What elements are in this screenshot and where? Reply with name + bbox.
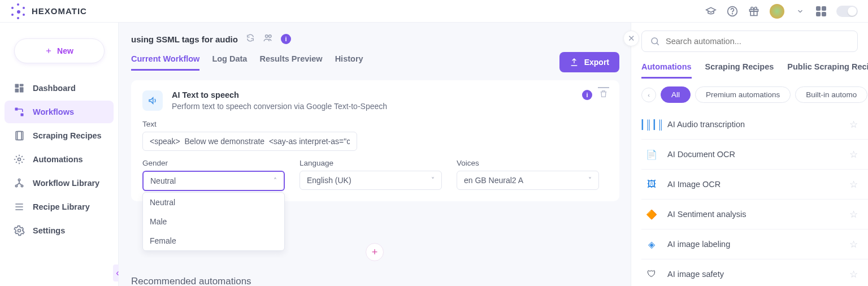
delete-step-icon[interactable] — [599, 89, 608, 101]
pills-prev-icon[interactable]: ‹ — [641, 88, 656, 102]
list-item[interactable]: 📄AI Document OCR☆ — [641, 140, 868, 170]
recipe-library-icon — [14, 201, 25, 213]
list-item[interactable]: ◈AI image labeling☆ — [641, 229, 868, 259]
label-icon: ◈ — [645, 237, 658, 251]
brand-logo[interactable]: HEXOMATIC — [10, 3, 87, 19]
star-icon[interactable]: ☆ — [849, 179, 858, 190]
sidebar-item-label: Workflows — [33, 107, 74, 116]
panel-tab-public[interactable]: Public Scraping Recipes — [787, 62, 868, 79]
top-icons — [705, 4, 858, 19]
topbar: HEXOMATIC — [0, 0, 868, 23]
workflows-icon — [14, 106, 25, 118]
sidebar-item-workflows[interactable]: Workflows — [5, 101, 114, 123]
tab-current-workflow[interactable]: Current Workflow — [131, 54, 199, 71]
star-icon[interactable]: ☆ — [849, 239, 858, 250]
svg-rect-7 — [15, 89, 19, 93]
pill-all[interactable]: All — [661, 86, 691, 103]
list-item[interactable]: 🛡AI image safety☆ — [641, 259, 868, 286]
voices-select[interactable]: en GB Neural2 A ˅ — [457, 171, 599, 190]
star-icon[interactable]: ☆ — [849, 119, 858, 131]
list-item[interactable]: ┃║┃║AI Audio transcription☆ — [641, 110, 868, 140]
star-icon[interactable]: ☆ — [849, 268, 858, 280]
sentiment-icon: 🔶 — [645, 207, 658, 221]
export-button[interactable]: Export — [559, 52, 619, 72]
image-ocr-icon: 🖼 — [645, 177, 658, 191]
sidebar-item-scraping-recipes[interactable]: Scraping Recipes — [5, 124, 114, 147]
gender-option[interactable]: Neutral — [143, 193, 284, 212]
chevron-down-icon[interactable] — [795, 6, 806, 17]
gender-select[interactable]: Neutral ˄ — [142, 171, 285, 191]
gender-label: Gender — [142, 159, 285, 167]
document-icon: 📄 — [645, 148, 658, 161]
gender-option[interactable]: Male — [143, 212, 284, 231]
brand-name: HEXOMATIC — [32, 6, 87, 16]
step-info-icon[interactable]: i — [582, 90, 592, 100]
step-card: — AI Text to speech Perform text to spee… — [131, 80, 619, 201]
svg-rect-4 — [15, 84, 19, 88]
safety-icon: 🛡 — [645, 267, 658, 281]
search-input[interactable] — [666, 37, 849, 46]
add-step-button[interactable]: + — [366, 243, 384, 261]
gender-option[interactable]: Female — [143, 231, 284, 250]
avatar[interactable] — [770, 4, 784, 19]
svg-point-17 — [265, 35, 268, 38]
svg-point-18 — [268, 35, 271, 38]
automation-list: ┃║┃║AI Audio transcription☆ 📄AI Document… — [641, 110, 868, 286]
svg-point-19 — [652, 38, 658, 44]
tab-history[interactable]: History — [335, 54, 363, 71]
tts-icon — [142, 90, 163, 111]
chevron-down-icon: ˅ — [431, 176, 435, 184]
voices-label: Voices — [457, 159, 599, 167]
sidebar-item-automations[interactable]: Automations — [5, 148, 114, 171]
list-item[interactable]: 🔶AI Sentiment analysis☆ — [641, 200, 868, 229]
search-bar[interactable] — [641, 31, 858, 52]
panel-tab-scraping[interactable]: Scraping Recipes — [705, 62, 774, 79]
audio-wave-icon: ┃║┃║ — [645, 118, 658, 131]
language-value: English (UK) — [307, 176, 351, 185]
share-icon[interactable] — [263, 33, 273, 45]
close-panel-icon[interactable]: ✕ — [623, 31, 639, 46]
gender-dropdown: Neutral Male Female — [142, 192, 285, 251]
voices-value: en GB Neural2 A — [464, 176, 523, 185]
star-icon[interactable]: ☆ — [849, 209, 858, 220]
sidebar-item-label: Workflow Library — [33, 179, 99, 188]
svg-point-1 — [732, 13, 733, 14]
sidebar-item-recipe-library[interactable]: Recipe Library — [5, 196, 114, 218]
help-icon[interactable] — [727, 6, 738, 17]
apps-icon[interactable] — [816, 6, 826, 16]
tab-results-preview[interactable]: Results Preview — [259, 54, 322, 71]
academy-icon[interactable] — [705, 6, 717, 17]
recipes-icon — [14, 130, 25, 141]
pill-premium[interactable]: Premium automations — [695, 86, 791, 103]
sidebar-item-workflow-library[interactable]: Workflow Library — [5, 172, 114, 194]
gift-icon[interactable] — [748, 6, 760, 17]
svg-rect-9 — [21, 114, 24, 116]
star-icon[interactable]: ☆ — [849, 149, 858, 161]
gender-value: Neutral — [150, 176, 176, 185]
plus-icon — [45, 47, 53, 55]
sidebar-item-settings[interactable]: Settings — [5, 219, 114, 242]
hexomatic-mark-icon — [10, 3, 26, 19]
svg-point-13 — [18, 179, 20, 181]
text-input[interactable] — [142, 132, 357, 151]
sidebar-item-label: Scraping Recipes — [33, 131, 102, 140]
language-label: Language — [300, 159, 442, 167]
sidebar-item-dashboard[interactable]: Dashboard — [5, 77, 114, 99]
main: using SSML tags for audio i Current Work… — [119, 23, 631, 286]
panel-tab-automations[interactable]: Automations — [641, 62, 692, 79]
info-icon[interactable]: i — [281, 34, 291, 44]
pill-builtin[interactable]: Built-in automo — [795, 86, 867, 103]
list-item[interactable]: 🖼AI Image OCR☆ — [641, 170, 868, 200]
svg-point-16 — [18, 229, 21, 232]
tab-log-data[interactable]: Log Data — [212, 54, 247, 71]
export-label: Export — [584, 58, 609, 67]
recommended-header: Recommended automations — [131, 276, 251, 286]
svg-rect-10 — [16, 132, 21, 140]
svg-point-15 — [21, 185, 23, 187]
workflow-title: using SSML tags for audio — [131, 34, 238, 44]
language-select[interactable]: English (UK) ˅ — [300, 171, 442, 190]
new-button[interactable]: New — [14, 38, 105, 63]
search-icon — [650, 36, 660, 46]
refresh-icon[interactable] — [246, 33, 255, 45]
theme-toggle[interactable] — [836, 6, 858, 17]
